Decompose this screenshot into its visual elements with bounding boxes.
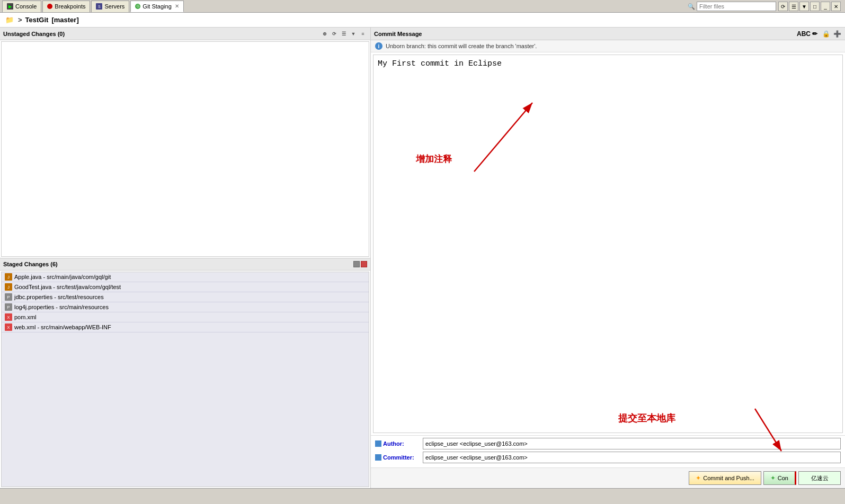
staged-item-3[interactable]: P log4j.properties - src/main/resources [2,302,369,312]
console-icon: ▶ [7,3,13,10]
file-icon-xml-1: X [5,323,12,331]
unstaged-area [1,41,369,257]
file-icon-java-1: J [5,283,12,291]
commit-label: Con [778,475,788,481]
tab-git-staging[interactable]: G Git Staging ✕ [130,1,183,12]
committer-row: Committer: [375,452,841,463]
file-icon-props-1: P [5,303,12,311]
info-icon: i [375,42,383,50]
staged-item-4[interactable]: X pom.xml [2,312,369,322]
file-icon-props-0: P [5,293,12,301]
commit-and-push-label: Commit and Push... [703,475,754,481]
yisuoyun-label: 亿速云 [811,474,829,482]
unstaged-tool-2[interactable]: ⟳ [330,30,339,38]
commit-icon: ✦ [770,474,776,482]
info-text: Unborn branch: this commit will create t… [386,43,537,49]
annotation-add-comment: 增加注释 [416,153,452,165]
filter-btn-2[interactable]: ☰ [789,2,798,11]
author-input[interactable] [423,438,841,449]
commit-message-header: Commit Message ABC ✏ 🔒 ➕ [371,28,845,40]
unstaged-header: Unstaged Changes (0) ⊕ ⟳ ☰ ▼ ≡ [0,28,370,40]
commit-button[interactable]: ✦ Con [763,471,796,485]
breadcrumb-project: TestGit [25,16,49,24]
committer-icon [375,454,381,461]
yisuoyun-btn[interactable]: 亿速云 [798,471,841,485]
staged-tools [353,261,367,267]
breadcrumb-branch: [master] [51,16,78,24]
staged-item-1[interactable]: J GoodTest.java - src/test/java/com/gql/… [2,282,369,292]
author-label: Author: [375,440,423,447]
left-panel: Unstaged Changes (0) ⊕ ⟳ ☰ ▼ ≡ Staged Ch… [0,28,371,488]
file-icon-java: J [5,273,12,281]
tab-servers-label: Servers [104,3,124,10]
unstaged-title: Unstaged Changes (0) [3,31,65,37]
tab-git-staging-label: Git Staging [143,3,171,10]
git-staging-icon: G [135,4,140,9]
commit-message-title: Commit Message [374,31,422,37]
commit-and-push-button[interactable]: ✦ Commit and Push... [689,471,761,485]
staged-item-5[interactable]: X web.xml - src/main/webapp/WEB-INF [2,322,369,332]
filter-files-input[interactable] [697,2,776,11]
staged-item-0[interactable]: J Apple.java - src/main/java/com/gql/git [2,272,369,282]
breadcrumb: 📁 > TestGit [master] [0,13,845,28]
tab-breakpoints-label: Breakpoints [55,3,85,10]
filter-btn-1[interactable]: ⟳ [778,2,788,11]
tab-console[interactable]: ▶ Console [2,1,41,12]
tab-console-label: Console [15,3,37,10]
commit-header-tools: ABC ✏ 🔒 ➕ [799,29,842,39]
commit-message-textarea[interactable]: My First commit in Eclipse [373,55,842,433]
commit-tool-4[interactable]: ➕ [832,29,842,39]
staged-item-label-0: Apple.java - src/main/java/com/gql/git [14,274,111,280]
tab-breakpoints[interactable]: Breakpoints [42,1,90,12]
filter-btn-3[interactable]: ▼ [799,2,809,11]
commit-fields: Author: Committer: [371,435,845,467]
staged-list: J Apple.java - src/main/java/com/gql/git… [1,272,369,487]
tab-bar: ▶ Console Breakpoints S Servers G Git St… [0,0,845,13]
commit-tool-1[interactable]: ABC [799,29,808,39]
unstaged-tools: ⊕ ⟳ ☰ ▼ ≡ [321,30,367,38]
unstaged-tool-1[interactable]: ⊕ [321,30,329,38]
right-panel-wrapper: Commit Message ABC ✏ 🔒 ➕ i Unborn branch… [371,28,845,488]
unstaged-tool-5[interactable]: ≡ [359,30,367,38]
main-content: Unstaged Changes (0) ⊕ ⟳ ☰ ▼ ≡ Staged Ch… [0,28,845,488]
filter-btn-6[interactable]: ✕ [831,2,841,11]
unstaged-tool-4[interactable]: ▼ [349,30,358,38]
staged-close-btn[interactable] [361,261,367,267]
staged-minimize-btn[interactable] [353,261,360,267]
commit-tool-3[interactable]: 🔒 [821,29,831,39]
filter-bar: 🔍 ⟳ ☰ ▼ □ _ ✕ [688,0,845,13]
staged-header: Staged Changes (6) [0,258,370,271]
author-row: Author: [375,438,841,449]
breadcrumb-separator: > [18,16,22,24]
filter-btn-5[interactable]: _ [821,2,830,11]
filter-btn-4[interactable]: □ [810,2,820,11]
committer-label: Committer: [375,454,423,461]
commit-message-container: My First commit in Eclipse 增加注释 [373,55,843,433]
breadcrumb-icon: 📁 [5,16,14,24]
staged-item-label-4: pom.xml [14,314,37,320]
commit-tool-2[interactable]: ✏ [810,29,820,39]
staged-item-label-1: GoodTest.java - src/test/java/com/gql/te… [14,284,121,290]
staged-item-2[interactable]: P jdbc.properties - src/test/resources [2,292,369,302]
info-bar: i Unborn branch: this commit will create… [371,40,845,52]
filter-search-icon: 🔍 [688,3,695,10]
staged-item-label-2: jdbc.properties - src/test/resources [14,294,104,300]
filter-tools: ⟳ ☰ ▼ □ _ ✕ [778,2,841,11]
tab-close-icon[interactable]: ✕ [175,3,179,9]
bottom-buttons: 提交至本地库 ✦ Commit and Push... ✦ Con 亿速云 [371,467,845,488]
commit-push-icon: ✦ [696,474,701,482]
staged-title: Staged Changes (6) [3,261,58,267]
breakpoints-icon [47,4,52,9]
committer-input[interactable] [423,452,841,463]
staged-item-label-3: log4j.properties - src/main/resources [14,304,109,310]
tab-servers[interactable]: S Servers [91,1,129,12]
file-icon-xml-0: X [5,313,12,321]
author-icon [375,440,381,447]
status-bar [0,488,845,504]
unstaged-tool-3[interactable]: ☰ [340,30,348,38]
staged-item-label-5: web.xml - src/main/webapp/WEB-INF [14,324,111,330]
servers-icon: S [96,3,102,10]
